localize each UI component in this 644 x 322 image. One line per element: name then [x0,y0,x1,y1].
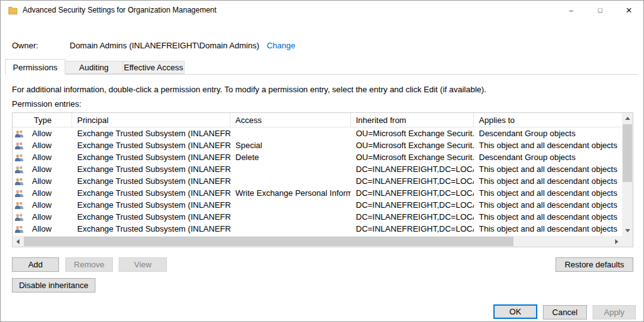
add-button[interactable]: Add [12,257,59,272]
row-applies-to: Descendant Group objects [474,151,622,163]
tab-strip: Permissions Auditing Effective Access [5,59,638,75]
remove-button: Remove [65,257,113,272]
row-access: Write Exchange Personal Inform... [230,187,351,199]
group-icon [14,201,24,210]
horizontal-scrollbar[interactable] [13,236,622,247]
row-access: Special [230,139,351,151]
cancel-button[interactable]: Cancel [543,305,587,319]
restore-defaults-button[interactable]: Restore defaults [555,257,633,272]
row-access [230,127,351,139]
column-header-principal[interactable]: Principal [72,113,230,127]
tab-permissions[interactable]: Permissions [5,59,65,75]
row-applies-to: This object and all descendant objects [474,139,622,151]
permission-entries-table: Type Principal Access Inherited from App… [12,112,633,247]
window-icon [8,6,18,14]
window-controls: – □ ✕ [557,1,643,19]
table-body: Allow Exchange Trusted Subsystem (INLANE… [13,127,622,236]
view-button: View [119,257,167,272]
group-icon [14,177,24,186]
apply-button: Apply [593,305,636,319]
minimize-button[interactable]: – [557,1,586,19]
column-header-inherited-from[interactable]: Inherited from [351,113,474,127]
row-applies-to: Descendant Group objects [474,127,622,139]
table-row[interactable]: Allow Exchange Trusted Subsystem (INLANE… [13,127,622,139]
group-icon [14,225,24,233]
disable-inheritance-button[interactable]: Disable inheritance [12,278,95,292]
row-principal: Exchange Trusted Subsystem (INLANEFREI..… [72,199,230,211]
row-type: Allow [32,164,51,174]
column-header-applies-to[interactable]: Applies to [474,113,622,127]
row-inherited-from: DC=INLANEFREIGHT,DC=LOCAL [351,199,474,211]
row-applies-to: This object and all descendant objects [474,199,622,211]
change-owner-link[interactable]: Change [267,41,296,50]
column-header-access[interactable]: Access [230,113,351,127]
table-row[interactable]: Allow Exchange Trusted Subsystem (INLANE… [13,139,622,151]
permission-entries-label: Permission entries: [12,99,82,109]
tab-auditing[interactable]: Auditing [65,61,123,74]
group-icon [14,165,24,174]
row-type: Allow [32,129,51,138]
scroll-right-icon[interactable] [611,236,622,247]
row-type: Allow [32,224,51,233]
row-applies-to: This object and all descendant objects [474,223,622,235]
column-header-type[interactable]: Type [13,113,72,127]
tab-effective-access[interactable]: Effective Access [123,61,185,74]
horizontal-scrollbar-thumb[interactable] [24,237,513,246]
row-principal: Exchange Trusted Subsystem (INLANEFREI..… [72,151,230,163]
row-type: Allow [32,200,51,210]
owner-value: Domain Admins (INLANEFREIGHT\Domain Admi… [70,41,259,50]
scroll-up-icon[interactable] [622,113,633,124]
row-type: Allow [32,153,51,162]
row-type: Allow [32,176,51,186]
row-access [230,223,351,235]
maximize-button[interactable]: □ [586,1,614,19]
row-principal: Exchange Trusted Subsystem (INLANEFREI..… [72,175,230,187]
title-bar: Advanced Security Settings for Organizat… [1,1,643,19]
table-row[interactable]: Allow Exchange Trusted Subsystem (INLANE… [13,211,622,223]
table-row[interactable]: Allow Exchange Trusted Subsystem (INLANE… [13,199,622,211]
group-icon [14,189,24,198]
row-inherited-from: DC=INLANEFREIGHT,DC=LOCAL [351,211,474,223]
row-type: Allow [32,212,51,222]
table-row[interactable]: Allow Exchange Trusted Subsystem (INLANE… [13,223,622,235]
row-inherited-from: DC=INLANEFREIGHT,DC=LOCAL [351,187,474,199]
row-principal: Exchange Trusted Subsystem (INLANEFREI..… [72,211,230,223]
row-inherited-from: OU=Microsoft Exchange Securit... [351,139,474,151]
group-icon [14,213,24,222]
scroll-left-icon[interactable] [13,236,23,247]
row-access: Delete [230,151,351,163]
row-principal: Exchange Trusted Subsystem (INLANEFREI..… [72,127,230,139]
table-row[interactable]: Allow Exchange Trusted Subsystem (INLANE… [13,151,622,163]
row-type: Allow [32,188,51,198]
row-applies-to: This object and all descendant objects [474,211,622,223]
row-principal: Exchange Trusted Subsystem (INLANEFREI..… [72,223,230,235]
row-principal: Exchange Trusted Subsystem (INLANEFREI..… [72,139,230,151]
owner-row: Owner: Domain Admins (INLANEFREIGHT\Doma… [12,41,296,50]
row-inherited-from: OU=Microsoft Exchange Securit... [351,151,474,163]
ok-button[interactable]: OK [493,304,537,319]
table-row[interactable]: Allow Exchange Trusted Subsystem (INLANE… [13,187,622,199]
table-row[interactable]: Allow Exchange Trusted Subsystem (INLANE… [13,175,622,187]
row-principal: Exchange Trusted Subsystem (INLANEFREI..… [72,187,230,199]
row-access [230,175,351,187]
group-icon [14,153,24,162]
row-principal: Exchange Trusted Subsystem (INLANEFREI..… [72,163,230,175]
row-type: Allow [32,141,51,150]
row-inherited-from: OU=Microsoft Exchange Securit... [351,127,474,139]
group-icon [14,129,24,138]
owner-label: Owner: [12,41,70,50]
table-row[interactable]: Allow Exchange Trusted Subsystem (INLANE… [13,163,622,175]
row-applies-to: This object and all descendant objects [474,163,622,175]
row-inherited-from: DC=INLANEFREIGHT,DC=LOCAL [351,163,474,175]
vertical-scrollbar-thumb[interactable] [623,124,632,182]
row-applies-to: This object and all descendant objects [474,175,622,187]
group-icon [14,141,24,150]
scroll-down-icon[interactable] [622,225,633,236]
row-access [230,199,351,211]
close-button[interactable]: ✕ [614,1,643,19]
row-inherited-from: DC=INLANEFREIGHT,DC=LOCAL [351,175,474,187]
table-header: Type Principal Access Inherited from App… [13,113,622,127]
vertical-scrollbar[interactable] [622,113,633,236]
row-inherited-from: DC=INLANEFREIGHT,DC=LOCAL [351,223,474,235]
row-applies-to: This object and all descendant objects [474,187,622,199]
